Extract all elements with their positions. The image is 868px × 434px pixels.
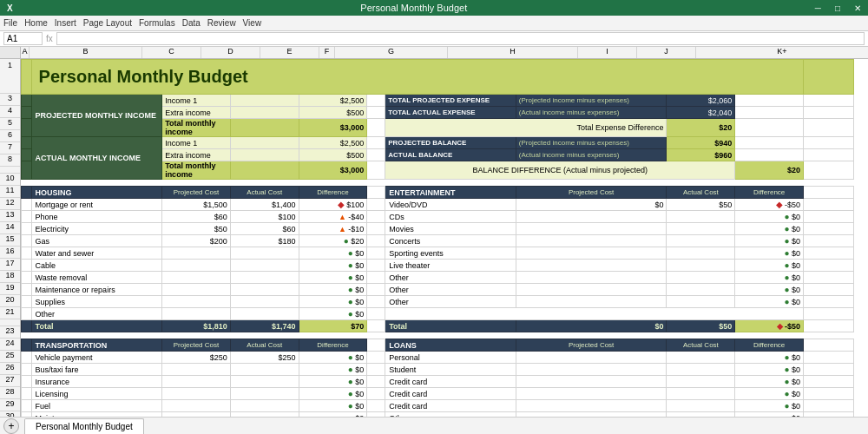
cell-projected-monthly-income: PROJECTED MONTHLY INCOME [31, 95, 162, 137]
cell-livetheater-proj [516, 260, 667, 272]
cell-phone-proj: $60 [162, 211, 231, 223]
cell-F23 [367, 339, 385, 352]
add-sheet-icon[interactable]: + [3, 418, 19, 434]
cell-ent-other1-label: Other [385, 272, 516, 284]
cell-total-actual-exp-note: (Actual income minus expenses) [516, 107, 667, 119]
col-header-K: K+ [696, 47, 868, 58]
cell-income1-proj [230, 95, 299, 107]
excel-app: X Personal Monthly Budget ─ □ ✕ File Hom… [0, 0, 868, 434]
cell-housing-other-actual [230, 308, 299, 320]
cell-K28 [804, 400, 854, 412]
row-26: Insurance ● $0 Credit card ● $0 [22, 376, 854, 388]
cell-maintenance-actual [230, 284, 299, 296]
rownum-13: 13 [0, 210, 20, 222]
title-row: Personal Monthly Budget [22, 60, 854, 95]
col-header-H: H [448, 47, 578, 58]
cell-vehicle-actual: $250 [230, 352, 299, 364]
cell-licensing-label: Licensing [31, 388, 162, 400]
cell-bustax-diff: ● $0 [299, 364, 367, 376]
cell-ent-col-actual: Actual Cost [667, 187, 735, 199]
cell-vehicle-proj: $250 [162, 352, 231, 364]
cell-cable-actual [230, 260, 299, 272]
row-13: Electricity $50 $60 ▲ -$10 Movies ● $0 [22, 223, 854, 235]
grid-scroll-area[interactable]: 1 3 4 5 6 7 8 10 11 12 13 14 15 [0, 59, 868, 417]
rownum-15: 15 [0, 234, 20, 247]
cell-K11 [804, 199, 854, 211]
row-6: ACTUAL MONTHLY INCOME Income 1 $2,500 PR… [22, 137, 854, 149]
col-header-J: J [637, 47, 696, 58]
cell-proj-balance-note: (Projected income minus expenses) [516, 137, 667, 149]
row-22-spacer [22, 332, 854, 339]
cell-ent-other3-actual [667, 296, 735, 308]
cell-bustax-proj [162, 364, 231, 376]
row-25: Bus/taxi fare ● $0 Student ● $0 [22, 364, 854, 376]
cell-water-diff: ● $0 [299, 247, 367, 260]
cell-F18 [367, 284, 385, 296]
cell-A6 [22, 137, 32, 149]
cell-loans-header: LOANS [385, 339, 516, 352]
cell-actual-total-val: $3,000 [299, 161, 367, 180]
cell-cds-actual [667, 211, 735, 223]
cell-housing-total-proj: $1,810 [162, 320, 231, 332]
cell-housing-total-diff: $70 [299, 320, 367, 332]
cell-total-actual-exp-val: $2,040 [667, 107, 735, 119]
cell-livetheater-diff: ● $0 [735, 260, 804, 272]
cell-maintenance-proj [162, 284, 231, 296]
cell-insurance-proj [162, 376, 231, 388]
menu-data[interactable]: Data [182, 18, 201, 28]
name-box[interactable] [3, 32, 43, 45]
rownum-16: 16 [0, 247, 20, 259]
cell-housing-other-label: Other [31, 308, 162, 320]
maximize-btn[interactable]: □ [835, 3, 840, 13]
cell-F27 [367, 388, 385, 400]
cell-F14 [367, 235, 385, 247]
cell-ent-other3-diff: ● $0 [735, 296, 804, 308]
cell-water-actual [230, 247, 299, 260]
rownum-26: 26 [0, 363, 20, 375]
cell-A16 [22, 260, 32, 272]
cell-loans-col-proj: Projected Cost [516, 339, 667, 352]
minimize-btn[interactable]: ─ [815, 3, 821, 13]
sheet-tab-personal-budget[interactable]: Personal Monthly Budget [24, 418, 144, 434]
menu-page-layout[interactable]: Page Layout [83, 18, 132, 28]
cell-total-monthly-income-val: $3,000 [299, 119, 367, 137]
menu-view[interactable]: View [243, 18, 262, 28]
formula-input[interactable] [56, 32, 865, 45]
cell-F26 [367, 376, 385, 388]
cell-F28 [367, 400, 385, 412]
cell-ent-other3-proj [516, 296, 667, 308]
grid-content: A B C D E F G H I J K+ 1 [0, 47, 868, 417]
menu-insert[interactable]: Insert [55, 18, 76, 28]
cell-ent-other2-label: Other [385, 284, 516, 296]
menu-formulas[interactable]: Formulas [139, 18, 175, 28]
cell-F15 [367, 247, 385, 260]
cell-actual-extra-val: $500 [299, 149, 367, 161]
rownum-14: 14 [0, 222, 20, 234]
cell-A17 [22, 272, 32, 284]
cell-waste-diff: ● $0 [299, 272, 367, 284]
ribbon-menu: File Home Insert Page Layout Formulas Da… [0, 16, 868, 31]
cell-supplies-diff: ● $0 [299, 296, 367, 308]
rownum-3: 3 [0, 94, 20, 106]
cell-income1-label: Income 1 [162, 95, 231, 107]
cell-mortgage-label: Mortgage or rent [31, 199, 162, 211]
cell-C5 [230, 119, 299, 137]
cell-F16 [367, 260, 385, 272]
cell-F3 [367, 95, 385, 107]
menu-home[interactable]: Home [24, 18, 48, 28]
cell-cds-diff: ● $0 [735, 211, 804, 223]
cell-gas-label: Gas [31, 235, 162, 247]
cell-cable-diff: ● $0 [299, 260, 367, 272]
cell-mortgage-diff: ◆ $100 [299, 199, 367, 211]
close-btn[interactable]: ✕ [854, 3, 861, 13]
row-3: PROJECTED MONTHLY INCOME Income 1 $2,500… [22, 95, 854, 107]
rownum-29: 29 [0, 399, 20, 411]
menu-file[interactable]: File [3, 18, 17, 28]
cell-A5 [22, 119, 32, 137]
menu-review[interactable]: Review [207, 18, 236, 28]
rownum-1-2: 1 [0, 59, 20, 94]
cell-K24 [804, 352, 854, 364]
cell-F12 [367, 211, 385, 223]
cell-housing-other-proj [162, 308, 231, 320]
cell-loans-col-diff: Difference [735, 339, 804, 352]
